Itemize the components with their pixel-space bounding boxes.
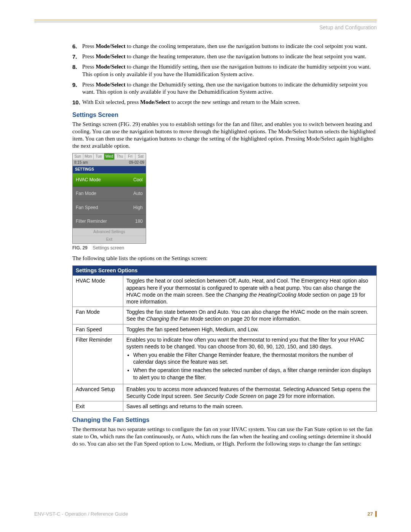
device-timebar: 8:15 am 09-02-09 [73,160,146,166]
step-body: Press Mode/Select to change the Dehumidi… [82,81,377,96]
table-row: HVAC ModeToggles the heat or cool select… [73,276,377,307]
header-section: Setup and Configuration [34,24,377,30]
device-day: Fri [125,153,136,160]
table-row: Filter ReminderEnables you to indicate h… [73,334,377,384]
device-row-value: Cool [133,177,143,183]
device-row-label: Filter Reminder [76,219,107,224]
option-bullets: When you enable the Filter Change Remind… [126,351,373,381]
device-row-label: HVAC Mode [76,177,101,183]
option-name: Advanced Setup [73,384,123,401]
step-body: Press Mode/Select to change the Humidify… [82,63,377,78]
option-desc: Enables you to access more advanced feat… [123,384,377,401]
settings-paragraph: The Settings screen (FIG. 29) enables yo… [72,121,377,150]
steps-list: 6.Press Mode/Select to change the coolin… [72,43,377,106]
device-date: 09-02-09 [129,160,144,165]
option-desc: Saves all settings and returns to the ma… [123,401,377,412]
figure-caption: FIG. 29 Settings screen [72,245,377,251]
device-day-row: SunMonTueWedThuFriSat [73,153,146,160]
figure-caption-text: Settings screen [92,245,124,251]
step-item: 10.With Exit selected, press Mode/Select… [72,99,377,106]
table-header: Settings Screen Options [73,265,377,276]
device-row-value: High [133,205,143,211]
device-row: Fan SpeedHigh [73,201,146,214]
step-number: 8. [72,63,82,78]
device-time: 8:15 am [74,160,88,165]
device-footer-2: Exit [73,236,146,243]
option-name: Fan Speed [73,324,123,334]
device-screenshot: SunMonTueWedThuFriSat 8:15 am 09-02-09 S… [72,153,146,244]
option-desc: Enables you to indicate how often you wa… [123,334,377,384]
option-name: Filter Reminder [73,334,123,384]
step-body: With Exit selected, press Mode/Select to… [82,99,377,106]
figure-label: FIG. 29 [72,245,88,251]
step-item: 6.Press Mode/Select to change the coolin… [72,43,377,50]
option-desc: Toggles the fan state between On and Aut… [123,307,377,324]
option-desc: Toggles the fan speed between High, Medi… [123,324,377,334]
table-row: ExitSaves all settings and returns to th… [73,401,377,412]
settings-options-table: Settings Screen Options HVAC ModeToggles… [72,265,377,412]
device-row-label: Fan Mode [76,191,96,197]
device-footer-1: Advanced Settings [73,228,146,236]
option-name: Fan Mode [73,307,123,324]
settings-heading: Settings Screen [72,111,377,119]
step-body: Press Mode/Select to change the heating … [82,53,377,60]
option-name: Exit [73,401,123,412]
footer-left: ENV-VST-C - Operation / Reference Guide [34,511,128,517]
option-name: HVAC Mode [73,276,123,307]
device-row-label: Fan Speed [76,205,98,211]
device-row-value: Auto [133,191,143,197]
pre-table-text: The following table lists the options on… [72,255,377,262]
header-rule [34,20,377,22]
step-item: 7.Press Mode/Select to change the heatin… [72,53,377,60]
step-number: 9. [72,81,82,96]
table-row: Fan ModeToggles the fan state between On… [73,307,377,324]
device-day: Wed [104,153,115,160]
option-bullet: When you enable the Filter Change Remind… [133,351,373,365]
step-body: Press Mode/Select to change the cooling … [82,43,377,50]
page-footer: ENV-VST-C - Operation / Reference Guide … [34,511,377,517]
device-day: Tue [94,153,104,160]
option-desc: Toggles the heat or cool selection betwe… [123,276,377,307]
device-day: Mon [83,153,94,160]
device-day: Sun [73,153,83,160]
device-row: Filter Reminder180 [73,214,146,228]
step-item: 8.Press Mode/Select to change the Humidi… [72,63,377,78]
fan-paragraph: The thermostat has two separate settings… [72,426,377,448]
table-row: Fan SpeedToggles the fan speed between H… [73,324,377,334]
table-row: Advanced SetupEnables you to access more… [73,384,377,401]
device-title: SETTINGS [73,166,146,173]
device-row-value: 180 [135,219,143,224]
fan-heading: Changing the Fan Settings [72,416,377,424]
step-number: 6. [72,43,82,50]
device-day: Sat [135,153,146,160]
option-bullet: When the operation time reaches the sele… [133,367,373,380]
step-number: 7. [72,53,82,60]
device-row: HVAC ModeCool [73,173,146,187]
main-content: 6.Press Mode/Select to change the coolin… [72,43,377,447]
step-item: 9.Press Mode/Select to change the Dehumi… [72,81,377,96]
device-day: Thu [115,153,125,160]
device-row: Fan ModeAuto [73,187,146,200]
footer-page: 27 [368,511,373,517]
step-number: 10. [72,99,82,106]
